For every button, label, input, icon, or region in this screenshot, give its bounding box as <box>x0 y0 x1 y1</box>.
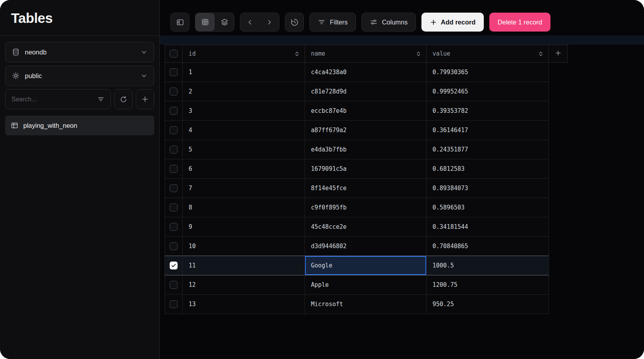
add-record-button[interactable]: Add record <box>421 13 484 32</box>
cell-id[interactable]: 3 <box>183 101 305 121</box>
cell-id[interactable]: 6 <box>183 159 305 179</box>
cell-value[interactable]: 0.34181544 <box>427 217 549 237</box>
cell-value[interactable]: 0.5896503 <box>427 198 549 217</box>
cell-id[interactable]: 12 <box>183 275 305 295</box>
cell-value[interactable]: 950.25 <box>427 295 549 314</box>
column-header-name[interactable]: name <box>305 45 427 63</box>
database-select-value: neondb <box>25 49 47 56</box>
history-button[interactable] <box>285 13 304 32</box>
row-checkbox[interactable] <box>170 300 178 308</box>
table-row: 1 c4ca4238a0 0.79930365 <box>165 63 568 82</box>
table-row: 5 e4da3b7fbb 0.24351877 <box>165 140 568 159</box>
cell-id[interactable]: 2 <box>183 82 305 101</box>
cell-name[interactable]: e4da3b7fbb <box>305 140 427 159</box>
refresh-icon <box>120 95 127 103</box>
page-title: Tables <box>11 10 148 26</box>
column-header-id[interactable]: id <box>183 45 305 63</box>
row-checkbox[interactable] <box>170 223 178 231</box>
cell-name[interactable]: c4ca4238a0 <box>305 63 427 82</box>
database-icon <box>12 48 20 56</box>
select-all-header-cell <box>165 45 183 63</box>
database-select[interactable]: neondb <box>5 42 154 62</box>
refresh-button[interactable] <box>114 89 133 109</box>
cell-name[interactable]: 8f14e45fce <box>305 179 427 198</box>
table-row: 11 Google 1000.5 <box>165 256 568 275</box>
cell-name[interactable]: 45c48cce2e <box>305 217 427 237</box>
cell-name[interactable]: a87ff679a2 <box>305 121 427 140</box>
row-checkbox-cell <box>165 121 183 140</box>
cell-value[interactable]: 0.89384073 <box>427 179 549 198</box>
cell-value[interactable]: 0.6812583 <box>427 159 549 179</box>
cell-id[interactable]: 1 <box>183 63 305 82</box>
row-checkbox[interactable] <box>170 281 178 289</box>
row-checkbox[interactable] <box>170 88 178 95</box>
row-spacer-cell <box>549 237 568 256</box>
toggle-sidebar-button[interactable] <box>170 13 189 32</box>
row-checkbox[interactable] <box>170 204 178 211</box>
cell-id[interactable]: 4 <box>183 121 305 140</box>
cell-id[interactable]: 8 <box>183 198 305 217</box>
delete-record-button[interactable]: Delete 1 record <box>489 13 550 32</box>
cell-name[interactable]: Google <box>305 256 427 275</box>
table-header: id name <box>165 45 568 63</box>
cell-name[interactable]: Apple <box>305 275 427 295</box>
add-table-button[interactable] <box>136 89 154 109</box>
row-checkbox[interactable] <box>170 146 178 153</box>
cell-value[interactable]: 0.24351877 <box>427 140 549 159</box>
cell-value[interactable]: 0.99952465 <box>427 82 549 101</box>
table-body: 1 c4ca4238a0 0.79930365 2 c81e728d9d 0.9… <box>165 63 568 314</box>
row-checkbox[interactable] <box>170 184 178 192</box>
cell-value[interactable]: 0.39353782 <box>427 101 549 121</box>
cell-id[interactable]: 13 <box>183 295 305 314</box>
cell-name[interactable]: Microsoft <box>305 295 427 314</box>
schema-select[interactable]: public <box>5 65 154 86</box>
row-checkbox[interactable] <box>170 262 178 269</box>
filters-button[interactable]: Filters <box>309 13 356 32</box>
row-checkbox-cell <box>165 275 183 295</box>
row-spacer-cell <box>549 159 568 179</box>
columns-button[interactable]: Columns <box>361 13 416 32</box>
search-input[interactable] <box>11 96 93 103</box>
next-page-button[interactable] <box>260 13 279 31</box>
sidebar-item-playing-with-neon[interactable]: playing_with_neon <box>5 116 154 135</box>
column-header-value[interactable]: value <box>427 45 549 63</box>
sort-icon[interactable] <box>538 51 544 57</box>
cell-id[interactable]: 5 <box>183 140 305 159</box>
app-window: Tables neondb <box>0 0 644 359</box>
cell-name[interactable]: d3d9446802 <box>305 237 427 256</box>
row-checkbox-cell <box>165 256 183 275</box>
cell-value[interactable]: 0.79930365 <box>427 63 549 82</box>
table-view-button[interactable] <box>195 13 215 31</box>
row-checkbox-cell <box>165 237 183 256</box>
sort-icon[interactable] <box>416 51 421 57</box>
row-checkbox-cell <box>165 198 183 217</box>
cell-name[interactable]: c81e728d9d <box>305 82 427 101</box>
row-checkbox[interactable] <box>170 107 178 115</box>
cell-value[interactable]: 1000.5 <box>427 256 549 275</box>
chevron-down-icon <box>140 72 148 79</box>
add-column-button[interactable] <box>549 45 568 63</box>
row-checkbox[interactable] <box>170 242 178 250</box>
cell-id[interactable]: 10 <box>183 237 305 256</box>
cell-name[interactable]: c9f0f895fb <box>305 198 427 217</box>
cell-id[interactable]: 9 <box>183 217 305 237</box>
prev-page-button[interactable] <box>240 13 260 31</box>
table-row: 2 c81e728d9d 0.99952465 <box>165 82 568 101</box>
cell-name[interactable]: eccbc87e4b <box>305 101 427 121</box>
layers-view-button[interactable] <box>215 13 234 31</box>
row-spacer-cell <box>549 179 568 198</box>
row-checkbox[interactable] <box>170 165 178 173</box>
cell-value[interactable]: 0.36146417 <box>427 121 549 140</box>
cell-name[interactable]: 1679091c5a <box>305 159 427 179</box>
sort-icon[interactable] <box>294 51 300 57</box>
select-all-checkbox[interactable] <box>170 50 178 58</box>
cell-id[interactable]: 7 <box>183 179 305 198</box>
cell-value[interactable]: 0.70840865 <box>427 237 549 256</box>
row-checkbox[interactable] <box>170 68 178 76</box>
panel-left-icon <box>176 18 184 26</box>
table-row: 4 a87ff679a2 0.36146417 <box>165 121 568 140</box>
table-item-label: playing_with_neon <box>23 122 77 129</box>
cell-value[interactable]: 1200.75 <box>427 275 549 295</box>
cell-id[interactable]: 11 <box>183 256 305 275</box>
row-checkbox[interactable] <box>170 126 178 134</box>
